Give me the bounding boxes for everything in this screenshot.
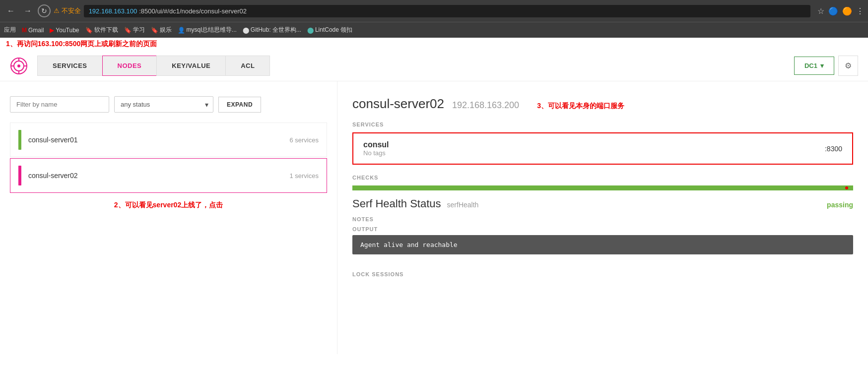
service-box[interactable]: consul No tags :8300	[352, 132, 853, 165]
left-panel: any status passing warning critical EXPA…	[0, 81, 337, 354]
nav-keyvalue[interactable]: KEY/VALUE	[156, 56, 226, 76]
dc-dropdown[interactable]: DC1 ▾	[794, 57, 834, 75]
folder-icon-3: 🔖	[151, 27, 158, 34]
folder-icon-2: 🔖	[124, 27, 132, 34]
right-panel: consul-server02 192.168.163.200 3、可以看见本身…	[337, 81, 868, 354]
check-name: Serf Health Status	[352, 197, 441, 210]
extension-icon[interactable]: 🟠	[842, 6, 852, 16]
node-services-server02: 1 services	[289, 172, 319, 180]
check-id: serfHealth	[447, 201, 479, 209]
youtube-icon: ▶	[50, 27, 54, 34]
check-item: Serf Health Status serfHealth passing NO…	[352, 190, 853, 261]
checks-label: CHECKS	[352, 175, 853, 181]
menu-icon[interactable]: ⋮	[856, 6, 864, 16]
lintcode-icon: ⬤	[307, 27, 314, 34]
service-tags: No tags	[363, 149, 389, 157]
bookmark-entertainment[interactable]: 🔖 娱乐	[151, 26, 172, 34]
node-header: consul-server02 192.168.163.200 3、可以看见本身…	[352, 96, 853, 112]
bookmark-gmail[interactable]: M Gmail	[22, 27, 44, 34]
github-icon: ⬤	[243, 27, 249, 34]
node-status-bar-pink	[18, 166, 21, 185]
checks-bar-dot	[845, 186, 848, 189]
bookmark-software[interactable]: 🔖 软件下载	[85, 26, 118, 34]
dc-label: DC1	[804, 62, 817, 69]
status-select[interactable]: any status passing warning critical	[114, 96, 213, 113]
security-warning: ⚠ 不安全	[54, 6, 81, 15]
node-item-server01[interactable]: consul-server01 6 services	[10, 122, 327, 157]
person-icon: 👤	[178, 27, 185, 34]
consul-app: SERVICES NODES KEY/VALUE ACL DC1 ▾ ⚙ any…	[0, 51, 868, 354]
check-status: passing	[827, 201, 853, 209]
main-content: any status passing warning critical EXPA…	[0, 81, 868, 354]
expand-button[interactable]: EXPAND	[218, 97, 261, 113]
service-info: consul No tags	[363, 140, 389, 157]
bookmark-apps[interactable]: 应用	[4, 26, 16, 34]
github-label: GitHub: 全世界构...	[251, 26, 301, 34]
node-name-server01: consul-server01	[28, 136, 289, 144]
bookmark-github[interactable]: ⬤ GitHub: 全世界构...	[243, 26, 301, 34]
lock-sessions-label: LOCK SESSIONS	[352, 271, 853, 277]
output-label: OUTPUT	[352, 226, 853, 232]
checks-section: CHECKS Serf Health Status serfHealth pas…	[352, 175, 853, 261]
notes-label: NOTES	[352, 216, 853, 222]
output-box: Agent alive and reachable	[352, 235, 853, 254]
reload-button[interactable]: ↻	[38, 4, 51, 17]
bookmarks-bar: 应用 M Gmail ▶ YouTube 🔖 软件下载 🔖 学习 🔖 娱乐 👤 …	[0, 22, 868, 38]
address-bar[interactable]: 192.168.163.100 :8500/ui/#/dc1/nodes/con…	[84, 5, 810, 17]
annotation-2: 2、可以看见server02上线了，点击	[10, 193, 327, 218]
filter-input[interactable]	[10, 96, 109, 113]
youtube-label: YouTube	[56, 27, 79, 34]
star-icon[interactable]: ☆	[817, 6, 824, 16]
service-name: consul	[363, 140, 389, 149]
nav-nodes[interactable]: NODES	[102, 56, 157, 76]
dc-chevron-icon: ▾	[820, 62, 824, 69]
consul-logo-svg	[10, 57, 28, 75]
bookmark-lintcode[interactable]: ⬤ LintCode 领扣	[307, 26, 352, 34]
node-ip: 192.168.163.200	[452, 100, 519, 111]
forward-button[interactable]: →	[21, 4, 35, 17]
browser-actions: ☆ 🔵 🟠 ⋮	[817, 6, 864, 16]
folder-icon-1: 🔖	[85, 27, 93, 34]
svg-point-2	[17, 64, 20, 67]
node-title: consul-server02	[352, 96, 444, 112]
gmail-icon: M	[22, 27, 27, 34]
chrome-icon[interactable]: 🔵	[828, 6, 838, 16]
browser-toolbar: ← → ↻ ⚠ 不安全 192.168.163.100 :8500/ui/#/d…	[0, 0, 868, 22]
check-header: Serf Health Status serfHealth passing	[352, 197, 853, 210]
browser-chrome: ← → ↻ ⚠ 不安全 192.168.163.100 :8500/ui/#/d…	[0, 0, 868, 38]
filter-row: any status passing warning critical EXPA…	[10, 96, 327, 113]
nav-services[interactable]: SERVICES	[37, 56, 103, 76]
back-button[interactable]: ←	[4, 4, 18, 17]
services-label: SERVICES	[352, 122, 853, 127]
nav-acl[interactable]: ACL	[225, 56, 270, 76]
bookmark-mysql[interactable]: 👤 mysql总结思维导...	[178, 26, 237, 34]
service-port: :8300	[825, 145, 842, 153]
software-label: 软件下载	[94, 26, 118, 34]
node-name-server02: consul-server02	[28, 172, 289, 180]
annotation-3: 3、可以看见本身的端口服务	[537, 102, 624, 111]
study-label: 学习	[133, 26, 145, 34]
annotation-1: 1、再访问163.100:8500网页上或刷新之前的页面	[0, 38, 868, 51]
lintcode-label: LintCode 领扣	[315, 26, 352, 34]
checks-bar	[352, 185, 853, 190]
node-services-server01: 6 services	[289, 136, 319, 144]
url-path: :8500/ui/#/dc1/nodes/consul-server02	[139, 7, 247, 15]
bookmark-youtube[interactable]: ▶ YouTube	[50, 27, 79, 34]
bookmark-study[interactable]: 🔖 学习	[124, 26, 145, 34]
consul-logo	[10, 57, 28, 75]
status-select-wrapper: any status passing warning critical	[114, 96, 213, 113]
mysql-label: mysql总结思维导...	[187, 26, 237, 34]
settings-button[interactable]: ⚙	[838, 56, 858, 76]
node-item-server02[interactable]: consul-server02 1 services	[10, 158, 327, 193]
gmail-label: Gmail	[28, 27, 44, 34]
entertainment-label: 娱乐	[160, 26, 172, 34]
node-list: consul-server01 6 services consul-server…	[10, 122, 327, 193]
consul-nav: SERVICES NODES KEY/VALUE ACL DC1 ▾ ⚙	[0, 51, 868, 81]
services-section: SERVICES consul No tags :8300	[352, 122, 853, 165]
url-host: 192.168.163.100	[89, 7, 137, 15]
node-status-bar-green	[18, 130, 21, 150]
